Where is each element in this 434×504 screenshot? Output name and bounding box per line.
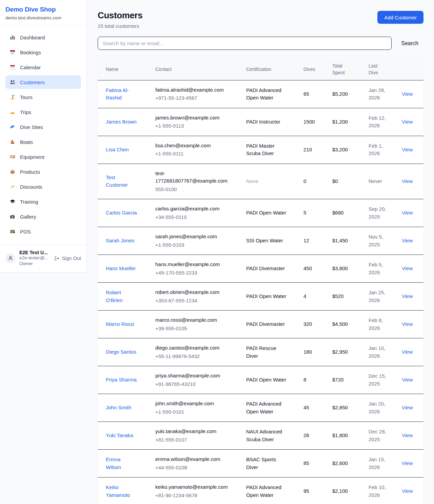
sidebar-item-tours[interactable]: Tours — [5, 90, 81, 104]
customer-name-link[interactable]: Carlos Garcia — [106, 209, 137, 217]
customer-dives: 450 — [303, 265, 332, 273]
customer-last-dive: Feb 12, 2026 — [369, 114, 389, 130]
view-customer-link[interactable]: View — [402, 321, 413, 327]
view-customer-link[interactable]: View — [402, 178, 413, 184]
customer-phone: +1-555-0111 — [155, 150, 235, 158]
training-icon — [9, 199, 16, 205]
sidebar-item-gallery[interactable]: Gallery — [5, 210, 81, 223]
table-row: Carlos Garcia carlos.garcia@example.com … — [98, 199, 423, 227]
table-row: John Smith john.smith@example.com +1-555… — [98, 394, 423, 422]
user-icon — [7, 255, 14, 261]
column-header-total-spent: Total Spent — [332, 59, 369, 80]
view-customer-link[interactable]: View — [402, 119, 413, 125]
customer-phone: +353-87-555-1234 — [155, 297, 235, 305]
sidebar-item-dive-sites[interactable]: Dive Sites — [5, 120, 81, 134]
customer-name-link[interactable]: Yuki Tanaka — [106, 432, 137, 440]
customer-name-link[interactable]: Test Customer — [106, 174, 137, 189]
customer-dives: 4 — [303, 293, 332, 300]
customer-total-spent: $720 — [332, 376, 369, 384]
customer-total-spent: $2,600 — [332, 460, 369, 467]
page-header: Customers 15 total customers Add Custome… — [98, 10, 423, 29]
customer-certification: PADI Advanced Open Water — [246, 400, 288, 415]
view-customer-link[interactable]: View — [402, 210, 413, 216]
view-customer-link[interactable]: View — [402, 293, 413, 299]
sidebar-item-calendar[interactable]: Calendar — [5, 60, 81, 74]
customer-email: carlos.garcia@example.com — [155, 205, 235, 213]
customer-name-link[interactable]: Priya Sharma — [106, 376, 137, 384]
customer-certification: PADI Divemaster — [246, 320, 288, 328]
customer-phone: +81-555-0107 — [155, 436, 235, 444]
customer-email: lisa.chen@example.com — [155, 142, 235, 150]
search-input[interactable] — [98, 37, 392, 50]
customer-certification: None — [246, 178, 288, 185]
view-customer-link[interactable]: View — [402, 147, 413, 152]
view-customer-link[interactable]: View — [402, 460, 413, 466]
table-row: Emma Wilson emma.wilson@example.com +44-… — [98, 450, 423, 478]
customer-total-spent: $1,800 — [332, 432, 369, 440]
customer-name-link[interactable]: James Brown — [106, 118, 137, 126]
tours-icon — [9, 94, 16, 100]
sidebar-item-training[interactable]: Training — [5, 195, 81, 208]
customer-name-link[interactable]: John Smith — [106, 404, 137, 412]
customer-total-spent: $680 — [332, 209, 369, 217]
view-customer-link[interactable]: View — [402, 349, 413, 355]
view-customer-link[interactable]: View — [402, 265, 413, 271]
user-section: E2E Test U... e2e-tester@... Owner Sign … — [0, 245, 86, 272]
view-customer-link[interactable]: View — [402, 238, 413, 243]
customer-last-dive: Feb 10, 2026 — [369, 484, 389, 499]
sidebar-item-boats[interactable]: Boats — [5, 135, 81, 149]
sidebar-item-products[interactable]: Products — [5, 165, 81, 179]
sidebar-item-bookings[interactable]: 17 Bookings — [5, 45, 81, 59]
customer-dives: 1500 — [303, 118, 332, 126]
customer-certification: PADI Master Scuba Diver — [246, 142, 288, 157]
brand-domain: demo.test.divestreams.com — [5, 15, 81, 20]
sidebar-item-equipment[interactable]: Equipment — [5, 150, 81, 164]
customer-name-link[interactable]: Hans Mueller — [106, 265, 137, 273]
customer-phone: +1-555-0113 — [155, 122, 235, 130]
customer-name-link[interactable]: Marco Rossi — [106, 320, 137, 328]
view-customer-link[interactable]: View — [402, 432, 413, 438]
customers-table: Name Contact Certification Dives Total S… — [98, 59, 423, 504]
main-content: Customers 15 total customers Add Custome… — [87, 0, 434, 504]
pos-icon — [9, 228, 16, 235]
customer-dives: 8 — [303, 376, 332, 384]
add-customer-button[interactable]: Add Customer — [377, 11, 423, 24]
customer-count: 15 total customers — [98, 23, 142, 29]
brand-block: Demo Dive Shop demo.test.divestreams.com — [0, 0, 86, 26]
table-row: Fatima Al-Rashid fatima.alrashid@example… — [98, 80, 423, 108]
customer-certification: NAUI Advanced Scuba Diver — [246, 428, 288, 443]
table-row: Priya Sharma priya.sharma@example.com +9… — [98, 366, 423, 394]
customers-icon — [9, 79, 16, 85]
customer-phone: +81-90-1234-5678 — [155, 492, 235, 500]
customer-name-link[interactable]: Lisa Chen — [106, 146, 137, 154]
customer-name-link[interactable]: Keiko Yamamoto — [106, 484, 137, 499]
customer-total-spent: $0 — [332, 178, 369, 185]
table-row: Hans Mueller hans.mueller@example.com +4… — [98, 255, 423, 283]
sidebar-item-pos[interactable]: POS — [5, 225, 81, 238]
sidebar-item-discounts[interactable]: Discounts — [5, 180, 81, 193]
customer-phone: +1-555-0103 — [155, 241, 235, 249]
view-customer-link[interactable]: View — [402, 405, 413, 410]
sign-out-button[interactable]: Sign Out — [54, 256, 81, 261]
customer-name-link[interactable]: Emma Wilson — [106, 456, 137, 471]
customer-email: sarah.jones@example.com — [155, 233, 235, 241]
customer-email: hans.mueller@example.com — [155, 261, 235, 268]
customer-name-link[interactable]: Fatima Al-Rashid — [106, 87, 137, 102]
customer-name-link[interactable]: Robert O'Brien — [106, 289, 137, 304]
search-button[interactable]: Search — [401, 40, 418, 46]
dashboard-icon — [9, 34, 16, 40]
sidebar-item-trips[interactable]: Trips — [5, 105, 81, 119]
customer-dives: 65 — [303, 90, 332, 98]
sidebar-item-dashboard[interactable]: Dashboard — [5, 31, 81, 44]
customer-total-spent: $520 — [332, 293, 369, 300]
view-customer-link[interactable]: View — [402, 377, 413, 382]
customer-email: robert.obrien@example.com — [155, 288, 235, 296]
view-customer-link[interactable]: View — [402, 91, 413, 97]
customer-name-link[interactable]: Sarah Jones — [106, 237, 137, 245]
customer-name-link[interactable]: Diego Santos — [106, 348, 137, 356]
view-customer-link[interactable]: View — [402, 488, 413, 494]
table-row: Lisa Chen lisa.chen@example.com +1-555-0… — [98, 136, 423, 164]
sidebar-item-customers[interactable]: Customers — [5, 75, 81, 89]
products-icon — [9, 169, 16, 175]
brand-name: Demo Dive Shop — [5, 6, 81, 13]
